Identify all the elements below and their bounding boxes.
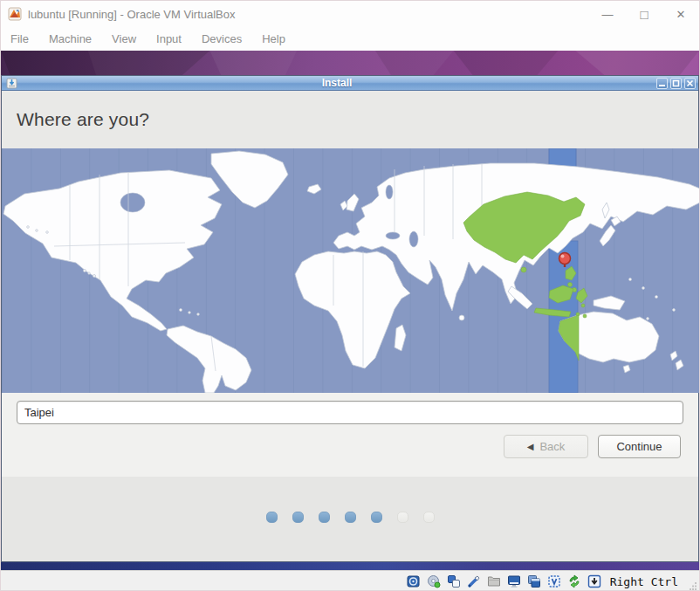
hard-disk-icon[interactable] [407, 574, 422, 589]
install-close-button[interactable] [684, 78, 696, 89]
usb-icon[interactable] [467, 574, 482, 589]
virtualbox-window: lubuntu [Running] - Oracle VM VirtualBox… [0, 0, 700, 591]
virtualbox-app-icon [8, 7, 22, 21]
installer-icon [6, 78, 17, 89]
shared-folders-icon[interactable] [487, 574, 502, 589]
install-window: Install Where are you? [1, 75, 699, 562]
window-title: lubuntu [Running] - Oracle VM VirtualBox [28, 8, 589, 21]
location-input[interactable] [17, 401, 683, 424]
progress-indicator [2, 477, 698, 561]
network-icon[interactable] [447, 574, 462, 589]
progress-dot [292, 512, 304, 523]
install-titlebar: Install [2, 76, 698, 91]
mouse-integration-icon[interactable] [567, 574, 582, 589]
close-button[interactable]: ✕ [662, 1, 699, 27]
guest-desktop: Install Where are you? [1, 51, 699, 570]
black-sea [386, 232, 400, 239]
page-header: Where are you? [2, 91, 698, 148]
wallpaper-bottom-band [1, 561, 699, 570]
hudson-bay [120, 193, 145, 212]
caspian-sea [409, 231, 418, 247]
install-window-title: Install [17, 77, 656, 89]
display-icon[interactable] [507, 574, 522, 589]
minimize-button[interactable]: — [589, 1, 626, 27]
keyboard-icon[interactable] [587, 574, 602, 589]
resize-grip[interactable] [690, 582, 697, 590]
progress-dot [397, 512, 408, 523]
virtualization-icon[interactable] [547, 574, 562, 589]
progress-dot [423, 512, 435, 523]
menu-help[interactable]: Help [262, 32, 285, 45]
vbox-statusbar: Right Ctrl [1, 570, 699, 591]
install-minimize-button[interactable] [656, 78, 668, 89]
video-capture-icon[interactable] [527, 574, 542, 589]
optical-disc-icon[interactable] [427, 574, 442, 589]
host-key-label: Right Ctrl [610, 575, 678, 588]
baltic-sea [386, 185, 393, 199]
vbox-titlebar: lubuntu [Running] - Oracle VM VirtualBox… [1, 1, 699, 27]
install-maximize-button[interactable] [670, 78, 682, 89]
timezone-map[interactable] [2, 148, 698, 393]
vbox-menubar: File Machine View Input Devices Help [1, 27, 699, 51]
menu-devices[interactable]: Devices [202, 32, 242, 45]
progress-dot [371, 512, 382, 523]
progress-dot [345, 512, 356, 523]
back-button[interactable]: ◀ Back [504, 435, 588, 458]
continue-button[interactable]: Continue [598, 435, 681, 458]
menu-machine[interactable]: Machine [49, 32, 92, 45]
menu-file[interactable]: File [10, 32, 29, 45]
progress-dot [266, 512, 278, 523]
page-title: Where are you? [17, 109, 149, 130]
back-arrow-icon: ◀ [527, 442, 534, 451]
location-form: ◀ Back Continue [2, 393, 698, 477]
progress-dot [319, 512, 330, 523]
maximize-button[interactable]: □ [626, 1, 662, 27]
menu-view[interactable]: View [112, 32, 136, 45]
menu-input[interactable]: Input [156, 32, 182, 45]
